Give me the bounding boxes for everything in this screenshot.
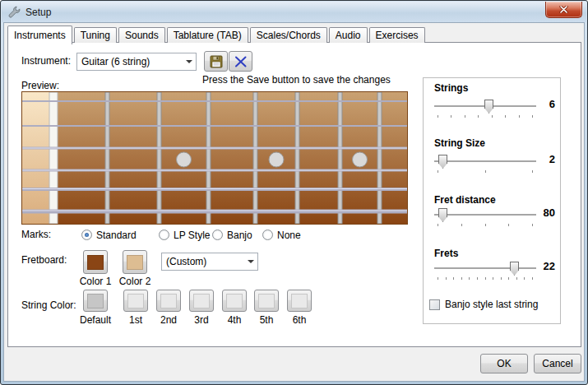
slider-thumb[interactable] [510, 262, 519, 276]
tick-mark [532, 224, 533, 226]
tick-mark [485, 224, 486, 226]
marks-radio-banjo[interactable]: Banjo [212, 229, 252, 241]
cancel-button-label: Cancel [542, 358, 572, 369]
swatch [193, 294, 210, 308]
tab-scales-chords[interactable]: Scales/Chords [250, 27, 327, 43]
slider-track[interactable] [434, 214, 536, 216]
string-size-slider[interactable] [434, 155, 536, 176]
strings-value: 6 [534, 98, 555, 110]
string-color-6th-button[interactable] [287, 290, 312, 312]
slider-track[interactable] [434, 160, 536, 162]
chevron-down-icon [186, 60, 192, 63]
swatch [226, 294, 243, 308]
slider-thumb[interactable] [438, 208, 447, 222]
color2-label: Color 2 [119, 276, 151, 287]
tick-mark [532, 170, 533, 173]
cancel-button[interactable]: Cancel [534, 354, 581, 373]
slider-thumb[interactable] [438, 155, 447, 169]
radio-icon [81, 230, 92, 240]
color1-button[interactable] [83, 250, 108, 274]
tab-sounds[interactable]: Sounds [118, 27, 165, 43]
slider-thumb[interactable] [484, 100, 493, 114]
ok-button-label: OK [497, 358, 511, 369]
slider-ticks [438, 277, 533, 281]
fret-distance-value: 80 [534, 206, 555, 219]
marks-label: Marks: [21, 229, 51, 240]
fretboard-color1-item: Color 1 [83, 250, 108, 274]
frets-slider-label: Frets [434, 248, 458, 259]
tab-instruments[interactable]: Instruments [7, 26, 72, 44]
tick-mark [524, 277, 525, 280]
tick-mark [438, 170, 438, 173]
tick-mark [461, 277, 462, 280]
tick-mark [461, 224, 462, 226]
string-color-default-button[interactable] [83, 290, 108, 312]
tab-tablature[interactable]: Tablature (TAB) [167, 27, 248, 43]
swatch-label: 3rd [194, 314, 208, 326]
string-color-1st-button[interactable] [123, 290, 148, 312]
tick-mark [438, 277, 438, 280]
tab-label: Scales/Chords [257, 30, 321, 41]
fretboard-scheme-select[interactable]: (Custom) [161, 253, 258, 271]
window-title: Setup [25, 7, 51, 18]
dialog-client-area: Instruments Tuning Sounds Tablature (TAB… [3, 22, 585, 382]
marks-radio-lp-style[interactable]: LP Style [159, 229, 210, 241]
slider-track[interactable] [434, 267, 536, 269]
floppy-disk-icon [210, 55, 223, 68]
checkbox-label: Banjo style last string [445, 299, 538, 310]
color1-swatch [87, 255, 104, 270]
dropdown-arrow-zone[interactable] [182, 53, 196, 70]
tab-exercises[interactable]: Exercises [369, 27, 425, 43]
slider-ticks [438, 224, 533, 227]
fretboard-scheme-value: (Custom) [166, 256, 206, 267]
tick-mark [501, 277, 502, 280]
close-icon [559, 6, 568, 13]
ok-button[interactable]: OK [480, 354, 528, 373]
tab-audio[interactable]: Audio [329, 27, 368, 43]
wrench-icon [7, 6, 21, 19]
swatch-label: Default [80, 314, 111, 326]
swatch [258, 294, 275, 308]
string-color-4th-button[interactable] [222, 290, 247, 312]
titlebar[interactable]: Setup [2, 2, 586, 22]
marks-radio-standard[interactable]: Standard [81, 229, 137, 241]
tick-mark [477, 277, 478, 280]
tab-label: Audio [336, 30, 361, 41]
tick-mark [438, 224, 438, 226]
tick-mark [465, 115, 465, 118]
tab-tuning[interactable]: Tuning [74, 27, 117, 43]
radio-label: Standard [96, 230, 137, 241]
tick-mark [508, 224, 509, 226]
delete-instrument-button[interactable] [229, 51, 252, 72]
string-color-default-item: Default [83, 290, 108, 312]
string-color-3rd-button[interactable] [189, 290, 214, 312]
strings-slider[interactable] [434, 100, 536, 121]
string-color-3rd-item: 3rd [189, 290, 214, 312]
fret-distance-slider[interactable] [434, 208, 536, 230]
fretboard-label: Fretboard: [21, 254, 67, 266]
tick-mark [446, 277, 447, 280]
instrument-select[interactable]: Guitar (6 string) [76, 53, 197, 71]
fretboard-preview-svg [22, 92, 407, 224]
tick-mark [469, 277, 470, 280]
string-color-2nd-button[interactable] [156, 290, 181, 312]
close-button[interactable] [545, 2, 582, 18]
fretboard-preview [21, 91, 408, 225]
string-color-5th-button[interactable] [254, 290, 279, 312]
tick-mark [485, 277, 486, 280]
swatch-label: 1st [129, 314, 142, 326]
checkbox-icon[interactable] [429, 299, 440, 310]
marks-radio-none[interactable]: None [262, 229, 301, 241]
banjo-style-checkbox-row[interactable]: Banjo style last string [429, 299, 538, 310]
tick-mark [485, 170, 486, 173]
dropdown-arrow-zone[interactable] [243, 253, 257, 270]
color1-label: Color 1 [80, 276, 112, 287]
color2-button[interactable] [123, 250, 147, 274]
save-button[interactable] [204, 51, 228, 72]
tick-mark [532, 277, 533, 280]
setup-dialog: Setup Instruments Tuning Sounds Tablatur… [0, 0, 588, 385]
radio-label: None [277, 230, 301, 241]
strings-slider-label: Strings [434, 82, 468, 94]
frets-slider[interactable] [434, 262, 536, 283]
tick-mark [492, 115, 493, 118]
